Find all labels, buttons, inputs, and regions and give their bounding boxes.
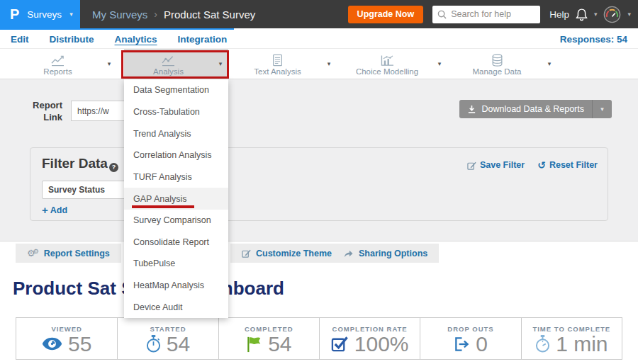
download-icon	[467, 105, 476, 114]
stat-completed: COMPLETED 54	[218, 318, 319, 359]
breadcrumb-my-surveys[interactable]: My Surveys	[92, 8, 147, 21]
chevron-down-icon[interactable]: ▾	[321, 61, 337, 67]
breadcrumb-separator-icon: ›	[154, 8, 157, 20]
plus-icon: +	[42, 205, 48, 215]
timer-icon	[535, 335, 550, 353]
help-tooltip-icon[interactable]: ?	[109, 163, 118, 172]
survey-nav: Edit Distribute Analytics Integration Re…	[0, 30, 638, 49]
nav-edit[interactable]: Edit	[11, 34, 29, 45]
line-chart-icon	[50, 54, 65, 67]
download-data-reports-split-button: Download Data & Reports ▾	[459, 100, 612, 118]
chevron-down-icon: ▾	[600, 106, 604, 113]
checkbox-icon	[331, 335, 349, 353]
menu-item-tubepulse[interactable]: TubePulse	[124, 253, 228, 275]
menu-item-gap-analysis[interactable]: GAP Analysis	[124, 188, 228, 210]
surveys-menu-label: Surveys	[27, 9, 62, 20]
menu-item-survey-comparison[interactable]: Survey Comparison	[124, 210, 228, 232]
download-options-toggle[interactable]: ▾	[592, 100, 612, 118]
account-gauge-icon	[603, 6, 621, 23]
toolbar-label: Choice Modelling	[356, 67, 418, 76]
chevron-down-icon[interactable]: ▾	[542, 61, 557, 67]
filter-data-title: Filter Data?	[42, 156, 118, 172]
pencil-square-icon	[467, 161, 476, 170]
stat-started: STARTED 54	[117, 318, 218, 359]
report-link-label: Report Link	[24, 99, 62, 123]
menu-item-heatmap-analysis[interactable]: HeatMap Analysis	[124, 275, 228, 297]
analytics-toolbar: Reports ▾ Analysis ▾ Text Analysis ▾ Cho…	[0, 49, 638, 79]
analysis-chart-icon	[161, 54, 176, 67]
report-panel: Report Link Download Data & Reports ▾ Fi…	[0, 79, 638, 241]
pencil-square-icon	[242, 249, 251, 258]
add-filter-button[interactable]: + Add	[42, 205, 67, 215]
toolbar-label: Manage Data	[472, 67, 521, 76]
flag-icon	[246, 336, 262, 353]
gears-icon: ⚙⚙	[27, 249, 39, 258]
save-filter-button[interactable]: Save Filter	[467, 160, 525, 170]
reset-filter-button[interactable]: ↺ Reset Filter	[537, 160, 598, 170]
help-search-input[interactable]	[451, 9, 535, 19]
responses-count[interactable]: Responses: 54	[560, 34, 627, 45]
chevron-down-icon[interactable]: ▾	[213, 61, 228, 67]
chevron-down-icon[interactable]: ▾	[101, 61, 117, 67]
share-arrow-icon	[343, 249, 354, 258]
bell-icon	[576, 8, 588, 21]
chevron-down-icon: ▾	[69, 11, 73, 18]
tab-sharing-options[interactable]: Sharing Options	[332, 244, 439, 263]
breadcrumb: My Surveys › Product Sat Survey	[92, 8, 255, 21]
menu-item-correlation-analysis[interactable]: Correlation Analysis	[124, 144, 228, 166]
nav-distribute[interactable]: Distribute	[50, 34, 94, 45]
search-icon	[437, 10, 447, 19]
bar-line-chart-icon	[380, 54, 395, 67]
toolbar-reports[interactable]: Reports ▾	[14, 49, 117, 79]
stat-drop-outs: DROP OUTS 0	[420, 318, 520, 359]
help-link[interactable]: Help	[549, 9, 569, 20]
toolbar-label: Text Analysis	[254, 67, 301, 76]
filter-data-box: Filter Data? Save Filter ↺ Reset Filter …	[30, 147, 608, 221]
download-data-reports-button[interactable]: Download Data & Reports	[459, 100, 592, 118]
notifications-bell-button[interactable]	[576, 8, 588, 21]
toolbar-label: Analysis	[153, 67, 184, 76]
breadcrumb-current-survey: Product Sat Survey	[164, 8, 255, 21]
toolbar-label: Reports	[43, 67, 72, 76]
exit-icon	[454, 336, 470, 352]
reset-icon: ↺	[537, 160, 546, 170]
stat-viewed: VIEWED 55	[16, 318, 117, 359]
nav-analytics[interactable]: Analytics	[115, 34, 157, 45]
chevron-down-icon[interactable]: ▾	[594, 11, 598, 18]
eye-icon	[42, 337, 62, 351]
tab-report-settings[interactable]: ⚙⚙ Report Settings	[16, 244, 121, 263]
database-icon	[491, 54, 503, 67]
menu-item-data-segmentation[interactable]: Data Segmentation	[124, 79, 228, 101]
nav-integration[interactable]: Integration	[178, 34, 228, 45]
questionpro-logo-icon: P	[10, 7, 19, 21]
menu-item-turf-analysis[interactable]: TURF Analysis	[124, 166, 228, 188]
chevron-down-icon[interactable]: ▾	[627, 11, 631, 18]
topbar-actions: Upgrade Now Help ▾ ▾	[348, 6, 638, 23]
annotation-underline	[132, 205, 194, 208]
stat-time-to-complete: TIME TO COMPLETE 1 min	[521, 318, 622, 359]
survey-stats-bar: VIEWED 55 STARTED 54 COMPLETED 54 COMPLE…	[16, 317, 622, 360]
filter-actions: Save Filter ↺ Reset Filter	[467, 160, 598, 170]
toolbar-manage-data[interactable]: Manage Data ▾	[452, 49, 557, 79]
toolbar-choice-modelling[interactable]: Choice Modelling ▾	[342, 49, 447, 79]
menu-item-device-audit[interactable]: Device Audit	[124, 296, 228, 318]
tab-customize-theme[interactable]: Customize Theme	[230, 244, 343, 263]
stat-completion-rate: COMPLETION RATE 100%	[319, 318, 420, 359]
analysis-dropdown-menu: Data Segmentation Cross-Tabulation Trend…	[124, 79, 228, 318]
app-switcher-surveys[interactable]: P Surveys ▾	[0, 0, 80, 28]
chevron-down-icon[interactable]: ▾	[432, 61, 447, 67]
topbar: P Surveys ▾ My Surveys › Product Sat Sur…	[0, 0, 638, 28]
toolbar-analysis[interactable]: Analysis ▾	[124, 49, 228, 79]
document-icon	[272, 54, 283, 67]
avatar[interactable]	[603, 6, 621, 23]
stopwatch-icon	[146, 335, 161, 353]
menu-item-consolidate-report[interactable]: Consolidate Report	[124, 231, 228, 253]
toolbar-text-analysis[interactable]: Text Analysis ▾	[234, 49, 337, 79]
upgrade-now-button[interactable]: Upgrade Now	[348, 6, 424, 23]
help-search	[432, 6, 540, 23]
menu-item-trend-analysis[interactable]: Trend Analysis	[124, 123, 228, 144]
menu-item-cross-tabulation[interactable]: Cross-Tabulation	[124, 101, 228, 123]
